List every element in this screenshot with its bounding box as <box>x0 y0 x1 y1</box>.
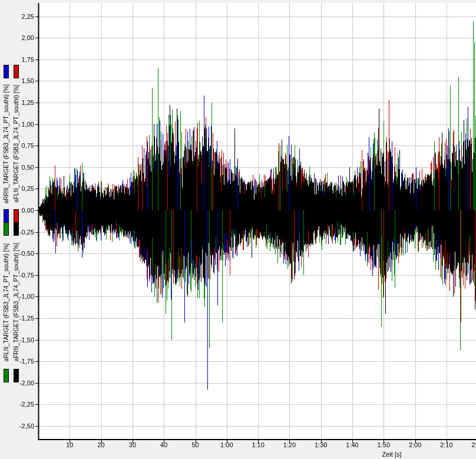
y-tick-label: 1,25 <box>0 98 34 107</box>
y-tick-label: 1,75 <box>0 55 34 64</box>
y-tick-label: -2,50 <box>0 422 34 430</box>
y-tick-label: -1,50 <box>0 336 34 344</box>
x-tick-label: 40 <box>160 441 167 448</box>
y-tick-label: -2,00 <box>0 379 34 387</box>
x-tick-label: 1:10 <box>252 441 264 448</box>
y-tick-label: -1,25 <box>0 314 34 322</box>
y-tick-label: 0,25 <box>0 184 34 193</box>
y-tick-label: -1,75 <box>0 357 34 365</box>
x-tick-label: 2:00 <box>409 441 421 448</box>
y-tick-label: 1,00 <box>0 120 34 128</box>
x-tick-label: 10 <box>66 441 73 448</box>
y-tick-label: -0,75 <box>0 271 34 279</box>
x-tick-label: 2:10 <box>440 441 452 448</box>
y-tick-label: -0,25 <box>0 228 34 236</box>
y-tick-label: -2,25 <box>0 400 34 408</box>
y-tick-label: 0,50 <box>0 163 34 171</box>
x-tick-label: 1:50 <box>378 441 390 448</box>
y-tick-label: -1,00 <box>0 292 34 301</box>
x-tick-label: 1:20 <box>283 441 296 448</box>
x-axis-title: Zeit [s] <box>382 451 401 458</box>
y-tick-label: -0,50 <box>0 249 34 257</box>
y-tick-label: 2,00 <box>0 34 34 42</box>
y-tick-label: 0,75 <box>0 141 34 150</box>
x-tick-label: 50 <box>191 441 199 448</box>
x-tick-label: 1:30 <box>315 441 327 448</box>
y-tick-label: 1,50 <box>0 77 34 85</box>
waveform-plot-canvas[interactable] <box>0 0 476 459</box>
y-tick-label: 0,00 <box>0 206 34 214</box>
x-tick-label: 20 <box>97 441 104 448</box>
waveform-chart-window: aRRfil_TARGET (FSB3_JL74_PT_southt) [%]a… <box>0 0 476 459</box>
x-tick-label: 1:00 <box>220 441 233 448</box>
x-tick-label: 2:20 <box>471 441 476 448</box>
x-tick-label: 1:40 <box>346 441 358 448</box>
y-tick-label: 2,25 <box>0 12 34 21</box>
x-tick-label: 30 <box>129 441 136 448</box>
